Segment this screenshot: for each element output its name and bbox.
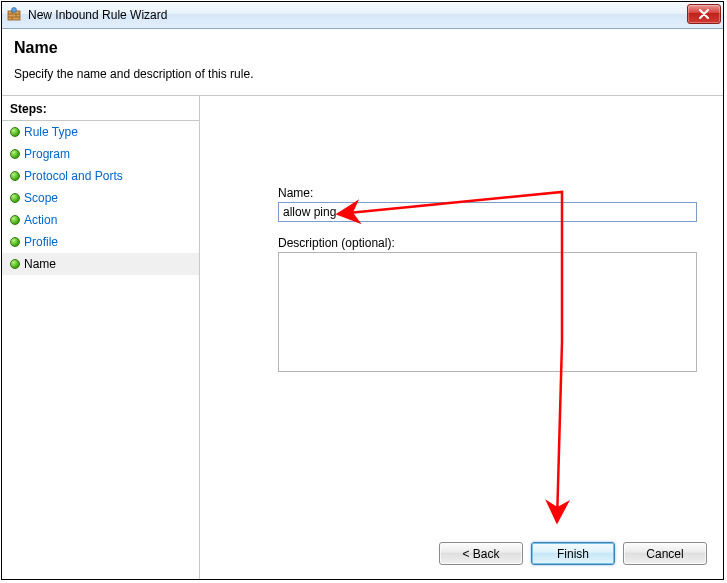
bullet-icon — [10, 149, 20, 159]
page-subtitle: Specify the name and description of this… — [14, 67, 711, 81]
step-label: Scope — [24, 191, 58, 205]
window-title: New Inbound Rule Wizard — [28, 8, 167, 22]
step-protocol-ports[interactable]: Protocol and Ports — [2, 165, 199, 187]
description-label: Description (optional): — [278, 236, 697, 250]
bullet-icon — [10, 215, 20, 225]
svg-point-6 — [12, 8, 17, 13]
step-label: Rule Type — [24, 125, 78, 139]
step-profile[interactable]: Profile — [2, 231, 199, 253]
step-program[interactable]: Program — [2, 143, 199, 165]
button-row: < Back Finish Cancel — [439, 542, 707, 565]
step-label: Name — [24, 257, 56, 271]
bullet-icon — [10, 237, 20, 247]
step-action[interactable]: Action — [2, 209, 199, 231]
name-input[interactable] — [278, 202, 697, 222]
step-label: Action — [24, 213, 57, 227]
description-textarea[interactable] — [278, 252, 697, 372]
step-rule-type[interactable]: Rule Type — [2, 121, 199, 143]
bullet-icon — [10, 259, 20, 269]
step-name[interactable]: Name — [2, 253, 199, 275]
steps-sidebar: Steps: Rule Type Program Protocol and Po… — [2, 96, 200, 579]
bullet-icon — [10, 171, 20, 181]
step-scope[interactable]: Scope — [2, 187, 199, 209]
steps-heading: Steps: — [2, 100, 199, 121]
form-area: Name: Description (optional): — [278, 186, 697, 375]
name-label: Name: — [278, 186, 697, 200]
back-button[interactable]: < Back — [439, 542, 523, 565]
titlebar: New Inbound Rule Wizard — [2, 2, 723, 29]
wizard-header: Name Specify the name and description of… — [2, 29, 723, 96]
step-label: Program — [24, 147, 70, 161]
bullet-icon — [10, 193, 20, 203]
page-title: Name — [14, 39, 711, 57]
step-label: Profile — [24, 235, 58, 249]
cancel-button[interactable]: Cancel — [623, 542, 707, 565]
wizard-window: New Inbound Rule Wizard Name Specify the… — [1, 1, 724, 580]
main-panel: Name: Description (optional): < Back Fin… — [200, 96, 723, 579]
finish-button[interactable]: Finish — [531, 542, 615, 565]
close-icon — [698, 9, 710, 19]
close-button[interactable] — [687, 4, 721, 24]
step-label: Protocol and Ports — [24, 169, 123, 183]
bullet-icon — [10, 127, 20, 137]
firewall-icon — [6, 7, 22, 23]
wizard-body: Steps: Rule Type Program Protocol and Po… — [2, 96, 723, 579]
